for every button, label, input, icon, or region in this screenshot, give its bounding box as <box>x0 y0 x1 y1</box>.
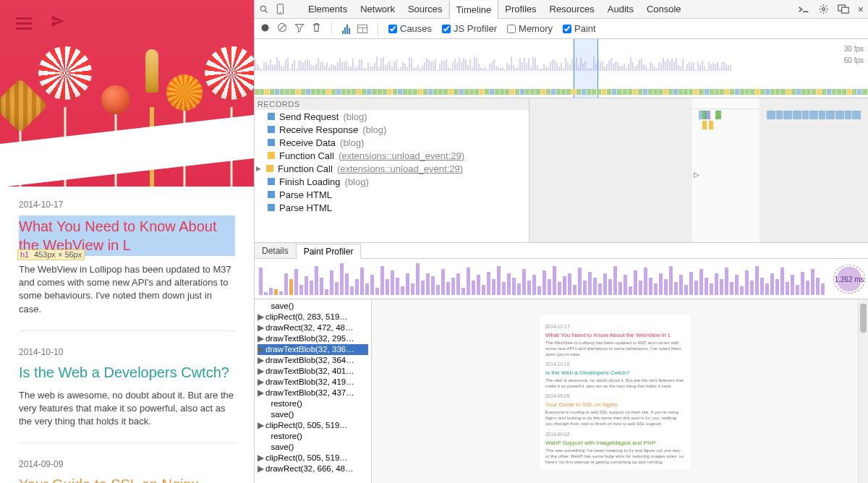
chk-memory[interactable]: Memory <box>507 23 553 34</box>
paint-commands[interactable]: save()▶clipRect(0, 283, 519…▶drawRect(32… <box>255 299 372 483</box>
tab-network[interactable]: Network <box>354 0 401 19</box>
tab-timeline[interactable]: Timeline <box>449 1 499 19</box>
paint-command[interactable]: ▶clipRect(0, 283, 519… <box>258 312 368 322</box>
view-bars-icon[interactable] <box>342 24 350 34</box>
tab-audits[interactable]: Audits <box>601 0 640 19</box>
paint-command[interactable]: save() <box>258 301 368 312</box>
tab-elements[interactable]: Elements <box>302 0 354 19</box>
blog-content: 2014-10-17What You Need to Know About th… <box>0 187 254 483</box>
blog-post: 2014-09-09Your Guide to SSL on NginxEver… <box>19 453 235 483</box>
paint-profiler-chart[interactable]: 1.262 ms <box>255 259 868 299</box>
view-flame-icon[interactable] <box>357 25 367 33</box>
paint-command[interactable]: ▶drawTextBlob(32, 419… <box>258 377 368 388</box>
post-title[interactable]: Your Guide to SSL on Nginx <box>19 475 235 483</box>
dock-icon[interactable] <box>838 4 849 14</box>
paint-command[interactable]: restore() <box>258 398 368 409</box>
svg-point-8 <box>262 24 269 31</box>
paint-command[interactable]: ▶clipRect(0, 505, 519… <box>258 420 368 431</box>
chk-causes[interactable]: Causes <box>388 23 432 34</box>
post-date: 2014-10-10 <box>19 347 235 357</box>
subtab-paint-profiler[interactable]: Paint Profiler <box>297 244 362 259</box>
svg-line-1 <box>265 10 268 12</box>
trash-icon[interactable] <box>312 22 321 35</box>
paint-command[interactable]: save() <box>258 409 368 420</box>
tab-sources[interactable]: Sources <box>401 0 449 19</box>
close-icon[interactable]: × <box>858 4 864 15</box>
paint-command[interactable]: ▶drawTextBlob(32, 295… <box>258 333 368 344</box>
blog-post: 2014-10-10Is the Web a Developers Cwtch?… <box>19 341 235 444</box>
fps-60-label: 60 fps <box>844 55 864 67</box>
paint-command[interactable]: ▶drawRect(32, 666, 48… <box>258 463 368 474</box>
paint-command[interactable]: ▶drawRect(32, 472, 48… <box>258 322 368 333</box>
paint-command[interactable]: ▶drawTextBlob(32, 401… <box>258 366 368 377</box>
post-date: 2014-10-17 <box>19 200 235 210</box>
post-body: The WebView in Lollipop has been updated… <box>19 263 235 316</box>
paint-preview: 2014-10-17What You Need to Know About th… <box>372 299 858 483</box>
paint-command[interactable]: ▶clipRect(0, 505, 519… <box>258 453 368 463</box>
chk-paint[interactable]: Paint <box>563 23 596 34</box>
scrollbar[interactable] <box>858 299 868 483</box>
devtools-header: ElementsNetworkSourcesTimelineProfilesRe… <box>255 0 868 19</box>
tab-resources[interactable]: Resources <box>543 0 601 19</box>
svg-point-3 <box>280 12 281 14</box>
subtab-details[interactable]: Details <box>255 243 297 258</box>
record-row[interactable]: Send Request (blog) <box>255 110 529 123</box>
paint-command[interactable]: restore() <box>258 431 368 442</box>
tab-profiles[interactable]: Profiles <box>498 0 542 19</box>
record-row[interactable]: Function Call (extensions::unload_event:… <box>255 149 529 162</box>
tab-console[interactable]: Console <box>640 0 688 19</box>
paint-command[interactable]: save() <box>258 442 368 453</box>
filter-icon[interactable] <box>294 23 305 35</box>
post-title[interactable]: Is the Web a Developers Cwtch? <box>19 363 235 382</box>
gear-icon[interactable] <box>818 4 829 14</box>
devtools: ElementsNetworkSourcesTimelineProfilesRe… <box>254 0 868 483</box>
records-header: RECORDS <box>255 98 529 110</box>
paint-command[interactable]: ▶drawTextBlob(32, 437… <box>258 388 368 398</box>
svg-line-10 <box>280 25 285 30</box>
record-row[interactable]: Parse HTML <box>255 188 529 201</box>
drawer-icon[interactable] <box>798 5 809 14</box>
detail-tabs: DetailsPaint Profiler <box>255 243 868 259</box>
record-row[interactable]: Receive Data (blog) <box>255 136 529 149</box>
timeline-toolbar: Causes JS Profiler Memory Paint <box>255 19 868 39</box>
svg-rect-7 <box>841 7 848 13</box>
svg-point-0 <box>260 6 265 11</box>
play-caret-icon: ▷ <box>694 171 699 179</box>
post-date: 2014-09-09 <box>19 459 235 469</box>
lollipop-illustration <box>0 0 254 187</box>
record-row[interactable]: Parse HTML <box>255 201 529 214</box>
records-panel: RECORDS Send Request (blog)Receive Respo… <box>255 98 529 242</box>
blog-post: 2014-10-17What You Need to Know About th… <box>19 194 235 331</box>
record-row[interactable]: Receive Response (blog) <box>255 123 529 136</box>
element-inspector-tooltip: h1 453px × 56px <box>17 249 85 260</box>
fps-30-label: 30 fps <box>844 43 864 55</box>
hero <box>0 0 254 187</box>
svg-point-5 <box>822 8 825 11</box>
device-icon[interactable] <box>276 4 284 14</box>
clear-icon[interactable] <box>277 22 287 35</box>
record-row[interactable]: Finish Loading (blog) <box>255 175 529 188</box>
fps-overview[interactable]: 30 fps60 fps <box>255 39 868 98</box>
paint-command[interactable]: ▶drawTextBlob(32, 364… <box>258 355 368 366</box>
post-body: The web is awesome, no doubt about it. B… <box>19 389 235 429</box>
record-icon[interactable] <box>260 23 270 35</box>
record-row[interactable]: ▶Function Call (extensions::unload_event… <box>255 162 529 175</box>
chk-jsprofiler[interactable]: JS Profiler <box>442 23 497 34</box>
paint-command[interactable]: ▶drawTextBlob(32, 336… <box>258 344 368 355</box>
profiler-total-badge: 1.262 ms <box>833 265 865 294</box>
search-icon[interactable] <box>259 4 269 14</box>
flame-chart[interactable]: ▷ <box>529 98 868 242</box>
